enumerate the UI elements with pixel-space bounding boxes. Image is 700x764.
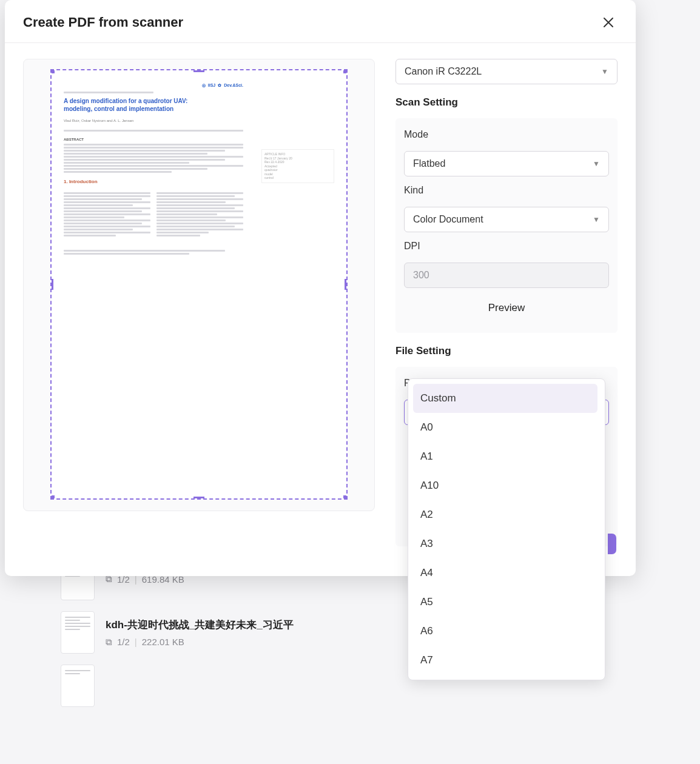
crop-handle[interactable] <box>50 69 55 73</box>
file-thumbnail <box>61 611 95 654</box>
mode-select[interactable]: Flatbed ▼ <box>404 151 609 176</box>
crop-handle[interactable] <box>50 495 55 500</box>
kind-value: Color Document <box>413 214 483 225</box>
paper-size-option[interactable]: A3 <box>413 529 597 558</box>
dialog-header: Create PDF from scanner <box>5 0 636 43</box>
paper-size-dropdown: CustomA0A1A10A2A3A4A5A6A7 <box>408 378 605 680</box>
paper-size-option[interactable]: A0 <box>413 413 597 442</box>
chevron-down-icon: ▼ <box>593 215 600 224</box>
dpi-value: 300 <box>413 270 429 281</box>
paper-size-options[interactable]: CustomA0A1A10A2A3A4A5A6A7 <box>413 384 601 675</box>
scanner-select[interactable]: Canon iR C3222L ▼ <box>395 59 618 84</box>
crop-handle[interactable] <box>343 69 348 73</box>
kind-label: Kind <box>404 185 609 196</box>
scan-preview-pane: ◎IISJ✿Dev.&Sci. A design modification fo… <box>23 59 375 511</box>
document-preview: ◎IISJ✿Dev.&Sci. A design modification fo… <box>64 82 243 256</box>
crop-handle[interactable] <box>343 495 348 500</box>
pages-icon: ⧉ <box>106 637 112 648</box>
file-size: 222.01 KB <box>142 637 184 647</box>
chevron-down-icon: ▼ <box>593 159 600 168</box>
scan-setting-heading: Scan Setting <box>395 96 618 109</box>
paper-size-option[interactable]: Custom <box>413 384 597 413</box>
file-pages: 1/2 <box>117 637 130 647</box>
paper-size-option[interactable]: A1 <box>413 442 597 471</box>
file-setting-heading: File Setting <box>395 345 618 357</box>
scan-setting-group: Mode Flatbed ▼ Kind Color Document ▼ DPI… <box>395 118 618 333</box>
close-icon <box>603 17 614 28</box>
crop-area[interactable]: ◎IISJ✿Dev.&Sci. A design modification fo… <box>50 69 348 500</box>
paper-size-option[interactable]: A10 <box>413 471 597 500</box>
paper-size-option[interactable]: A4 <box>413 558 597 588</box>
crop-handle[interactable] <box>194 497 204 500</box>
paper-size-option[interactable]: A2 <box>413 500 597 529</box>
close-button[interactable] <box>599 13 618 32</box>
crop-handle[interactable] <box>345 279 348 290</box>
accent-strip <box>608 534 616 554</box>
paper-size-option[interactable]: A7 <box>413 646 597 675</box>
mode-value: Flatbed <box>413 158 445 169</box>
chevron-down-icon: ▼ <box>601 67 608 76</box>
scanner-select-value: Canon iR C3222L <box>405 66 482 77</box>
mode-label: Mode <box>404 129 609 140</box>
paper-size-option[interactable]: A6 <box>413 617 597 646</box>
kind-select[interactable]: Color Document ▼ <box>404 207 609 232</box>
preview-button[interactable]: Preview <box>404 294 609 322</box>
crop-handle[interactable] <box>50 279 53 290</box>
dpi-label: DPI <box>404 241 609 252</box>
crop-handle[interactable] <box>194 69 204 72</box>
dpi-input[interactable]: 300 <box>404 263 609 288</box>
paper-size-option[interactable]: A5 <box>413 588 597 617</box>
file-thumbnail <box>61 665 95 707</box>
dialog-title: Create PDF from scanner <box>23 15 183 30</box>
